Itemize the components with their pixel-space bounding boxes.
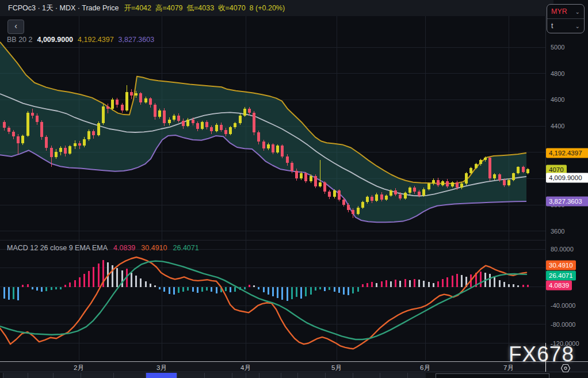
macd-hist-bar bbox=[187, 287, 189, 291]
axis-tick-label: 4800 bbox=[551, 70, 564, 77]
candle-body bbox=[40, 122, 43, 137]
chevron-left-icon: ‹ bbox=[14, 21, 17, 30]
minimap-range-box[interactable] bbox=[436, 373, 549, 378]
bb-indicator-legend[interactable]: BB 20 24,009.90004,192.43973,827.3603 bbox=[7, 36, 154, 44]
candle-body bbox=[300, 173, 303, 178]
macd-hist-bar bbox=[112, 265, 113, 287]
axis-tick-label: 3600 bbox=[551, 228, 564, 235]
macd-hist-bar bbox=[381, 281, 383, 287]
bb-lower-value: 3,827.3603 bbox=[119, 36, 155, 44]
macd-hist-bar bbox=[277, 287, 278, 299]
candle-body bbox=[338, 190, 341, 200]
macd-hist-bar bbox=[74, 280, 76, 287]
candle-body bbox=[92, 131, 95, 135]
bb-basis-value: 4,009.9000 bbox=[37, 36, 73, 44]
candle-body bbox=[106, 106, 109, 109]
candle-body bbox=[243, 109, 246, 115]
macd-hist-bar bbox=[489, 274, 491, 287]
candle-body bbox=[484, 158, 487, 161]
candle-body bbox=[121, 105, 124, 110]
unit-value: t bbox=[551, 22, 575, 30]
candle-body bbox=[144, 98, 147, 102]
candle-body bbox=[328, 192, 331, 197]
macd-hist-bar bbox=[494, 277, 495, 287]
candle-body bbox=[158, 110, 161, 117]
currency-selector[interactable]: MYR ⌄ bbox=[547, 5, 584, 19]
macd-hist-bar bbox=[131, 273, 132, 287]
candle-body bbox=[26, 113, 29, 136]
candle-body bbox=[130, 92, 133, 96]
minimap-cell[interactable] bbox=[325, 373, 353, 378]
minimap-cell[interactable] bbox=[281, 373, 297, 378]
macd-indicator-legend[interactable]: MACD 12 26 close 9 EMA EMA4.083930.49102… bbox=[7, 244, 199, 252]
back-button[interactable]: ‹ bbox=[7, 20, 24, 34]
macd-hist-bar bbox=[503, 282, 505, 287]
minimap-cell[interactable] bbox=[407, 373, 426, 378]
symbol-title[interactable]: FCPOc3 · 1天 · MDX · Trade Price bbox=[8, 3, 119, 13]
candle-body bbox=[291, 163, 293, 171]
minimap-cell[interactable] bbox=[81, 373, 113, 378]
minimap-cell[interactable] bbox=[353, 373, 380, 378]
chevron-down-icon: ⌄ bbox=[575, 9, 580, 15]
candle-body bbox=[78, 143, 81, 146]
unit-selector[interactable]: t ⌄ bbox=[547, 19, 584, 33]
minimap-cell[interactable] bbox=[380, 373, 407, 378]
candle-body bbox=[432, 180, 435, 184]
chevron-down-icon: ⌄ bbox=[575, 23, 580, 29]
candle-body bbox=[55, 152, 58, 157]
minimap-cell[interactable] bbox=[297, 373, 325, 378]
candle-body bbox=[427, 184, 430, 189]
candle-body bbox=[323, 182, 326, 192]
chart-surface[interactable] bbox=[0, 0, 588, 378]
candle-body bbox=[385, 196, 388, 200]
candle-body bbox=[390, 190, 392, 196]
minimap-cell[interactable] bbox=[246, 373, 259, 378]
macd-hist-bar bbox=[253, 285, 255, 287]
candle-body bbox=[149, 98, 152, 105]
candle-body bbox=[154, 105, 156, 117]
candle-body bbox=[469, 168, 472, 173]
candle-body bbox=[441, 181, 444, 185]
macd-hist-bar bbox=[442, 279, 444, 287]
minimap-cell[interactable] bbox=[177, 373, 204, 378]
candle-body bbox=[488, 158, 491, 179]
candle-body bbox=[517, 167, 520, 173]
macd-hist-bar bbox=[45, 287, 47, 291]
minimap-cell[interactable] bbox=[3, 373, 28, 378]
minimap-cell[interactable] bbox=[28, 373, 53, 378]
price-axis[interactable]: 50004800460044003800360080.0000-40.0000-… bbox=[545, 0, 588, 361]
candle-body bbox=[371, 197, 373, 201]
candle-body bbox=[139, 93, 142, 102]
macd-hist-bar bbox=[201, 287, 203, 292]
macd-hist-bar bbox=[446, 277, 448, 287]
macd-hist-bar bbox=[93, 267, 94, 287]
minimap-cell-selected[interactable] bbox=[146, 373, 177, 378]
minimap-cell[interactable] bbox=[232, 373, 246, 378]
macd-hist-bar bbox=[433, 283, 434, 287]
macd-hist-bar bbox=[55, 287, 57, 290]
candle-body bbox=[182, 121, 185, 126]
macd-hist-bar bbox=[79, 277, 81, 287]
time-axis[interactable]: 2月3月4月5月6月7月 bbox=[0, 361, 588, 372]
axis-tick-label: 4600 bbox=[551, 96, 564, 103]
macd-hist-bar bbox=[480, 272, 482, 287]
ohlc-values: 开=4042 高=4079 低=4033 收=4070 8 (+0.20%) bbox=[124, 3, 285, 13]
minimap-cell[interactable] bbox=[53, 373, 81, 378]
candle-body bbox=[177, 116, 180, 121]
macd-hist-value: 4.0839 bbox=[113, 244, 135, 252]
candle-body bbox=[234, 123, 236, 127]
candle-body bbox=[111, 100, 114, 109]
history-minimap-strip[interactable] bbox=[0, 372, 588, 378]
candle-body bbox=[418, 192, 421, 196]
axis-tick-label: 4400 bbox=[551, 123, 564, 129]
macd-signal-value: 26.4071 bbox=[173, 244, 199, 252]
candle-body bbox=[210, 127, 213, 131]
candle-body bbox=[220, 125, 223, 130]
candle-body bbox=[3, 122, 6, 128]
candle-body bbox=[83, 139, 86, 146]
macd-hist-bar bbox=[352, 287, 354, 293]
candle-body bbox=[253, 113, 255, 132]
minimap-cell[interactable] bbox=[113, 373, 146, 378]
minimap-cell[interactable] bbox=[204, 373, 232, 378]
minimap-cell[interactable] bbox=[259, 373, 281, 378]
